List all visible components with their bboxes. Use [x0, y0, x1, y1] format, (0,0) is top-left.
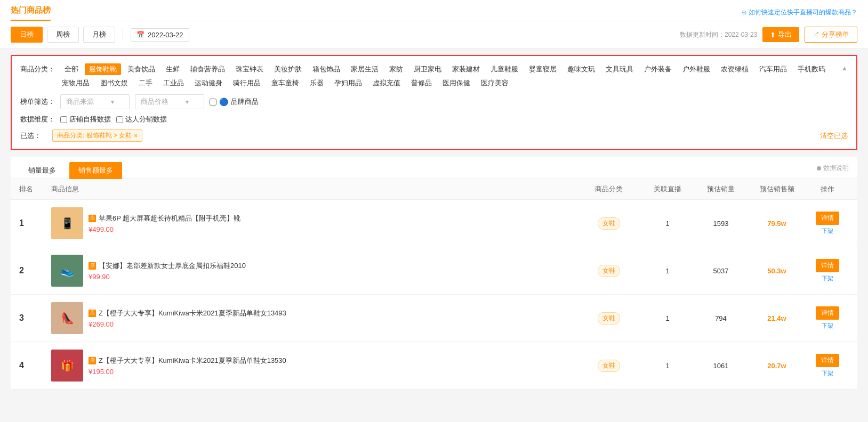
date-picker[interactable]: 📅 2022-03-22	[131, 28, 189, 42]
table-row: 1 📱 店 苹果6P 超大屏幕超长待机精品【附手机壳】靴 ¥499.00 女鞋 …	[11, 200, 857, 247]
share-button[interactable]: ↗ 分享榜单	[805, 27, 857, 43]
cat-tag-二手[interactable]: 二手	[134, 77, 157, 89]
cat-tag-运动健身[interactable]: 运动健身	[190, 77, 227, 89]
product-name: 苹果6P 超大屏幕超长待机精品【附手机壳】靴	[99, 214, 240, 223]
price-select[interactable]: 商品价格 ▼	[135, 94, 204, 109]
cat-tag-汽车用品[interactable]: 汽车用品	[755, 63, 791, 75]
product-detail: 店 Z【橙子大大专享】KumiKiwa卡米2021夏季新品单鞋女13493 ¥2…	[89, 309, 577, 328]
detail-button[interactable]: 详情	[816, 306, 839, 320]
help-link[interactable]: ⊙ 如何快速定位快手直播司的爆款商品？	[742, 8, 857, 17]
cat-tag-户外鞋服[interactable]: 户外鞋服	[678, 63, 714, 75]
cat-tag-美妆护肤[interactable]: 美妆护肤	[270, 63, 306, 75]
category-cell: 女鞋	[577, 217, 641, 230]
cat-tag-美食饮品[interactable]: 美食饮品	[123, 63, 159, 75]
source-select[interactable]: 商品来源 ▼	[60, 94, 130, 109]
cat-tag-童车童椅[interactable]: 童车童椅	[267, 77, 303, 89]
brand-icon: 🔵	[219, 98, 228, 106]
tab-most-sales[interactable]: 销量最多	[19, 162, 65, 179]
dimension-row: 数据维度： 店铺自播数据 达人分销数据	[20, 115, 848, 124]
tab-day[interactable]: 日榜	[11, 27, 43, 43]
cat-tag-宠物用品[interactable]: 宠物用品	[58, 77, 94, 89]
cat-tag-家纺[interactable]: 家纺	[385, 63, 407, 75]
product-price: ¥269.00	[89, 320, 577, 328]
table-body: 1 📱 店 苹果6P 超大屏幕超长待机精品【附手机壳】靴 ¥499.00 女鞋 …	[11, 200, 857, 389]
shop-data-checkbox[interactable]	[60, 116, 67, 123]
clear-all-button[interactable]: 清空已选	[820, 131, 848, 141]
est-revenue-cell: 50.3w	[748, 267, 806, 275]
cat-tag-工业品[interactable]: 工业品	[159, 77, 188, 89]
brand-label: 品牌商品	[231, 97, 259, 107]
collapse-button[interactable]: ▲	[841, 63, 848, 72]
product-name: Z【橙子大大专享】KumiKiwa卡米2021夏季新品单鞋女13530	[99, 356, 286, 366]
product-info: 📱 店 苹果6P 超大屏幕超长待机精品【附手机壳】靴 ¥499.00	[51, 207, 577, 239]
detail-button[interactable]: 详情	[816, 354, 839, 367]
remove-tag-button[interactable]: ×	[134, 132, 138, 140]
cat-tag-儿童鞋服[interactable]: 儿童鞋服	[486, 63, 523, 75]
detail-button[interactable]: 详情	[816, 259, 839, 272]
cat-tag-医疗美容[interactable]: 医疗美容	[477, 77, 513, 89]
cat-tag-图书文娱[interactable]: 图书文娱	[96, 77, 132, 89]
cat-tag-珠宝钟表[interactable]: 珠宝钟表	[231, 63, 268, 75]
cat-tag-箱包饰品[interactable]: 箱包饰品	[308, 63, 344, 75]
cat-tag-生鲜[interactable]: 生鲜	[162, 63, 184, 75]
toolbar-right: 数据更新时间：2022-03-23 ⬆ 导出 ↗ 分享榜单	[680, 27, 857, 43]
cat-tag-家居生活[interactable]: 家居生活	[347, 63, 383, 75]
downgrade-button[interactable]: 下架	[822, 227, 833, 235]
cat-tag-手机数码[interactable]: 手机数码	[793, 63, 830, 75]
desc-dot-icon	[817, 166, 821, 171]
rank-number: 4	[19, 361, 51, 370]
downgrade-button[interactable]: 下架	[822, 274, 833, 282]
cat-tag-农资绿植[interactable]: 农资绿植	[717, 63, 753, 75]
product-name-row: 店 Z【橙子大大专享】KumiKiwa卡米2021夏季新品单鞋女13493	[89, 309, 577, 318]
brand-checkbox[interactable]	[210, 99, 216, 106]
export-button[interactable]: ⬆ 导出	[762, 27, 799, 42]
cat-tag-孕妇用品[interactable]: 孕妇用品	[330, 77, 366, 89]
product-img-placeholder: 👟	[51, 255, 83, 287]
header-bar: 热门商品榜 ⊙ 如何快速定位快手直播司的爆款商品？	[0, 0, 868, 21]
est-revenue-cell: 20.7w	[748, 362, 806, 370]
downgrade-button[interactable]: 下架	[822, 322, 833, 330]
cat-tag-趣味文玩[interactable]: 趣味文玩	[563, 63, 599, 75]
tab-week[interactable]: 周榜	[47, 27, 79, 43]
category-row: 商品分类： 全部服饰鞋靴美食饮品生鲜辅食营养品珠宝钟表美妆护肤箱包饰品家居生活家…	[20, 63, 848, 75]
cat-tag-虚拟充值[interactable]: 虚拟充值	[368, 77, 405, 89]
tab-most-revenue[interactable]: 销售额最多	[69, 162, 122, 179]
talent-data-checkbox-group[interactable]: 达人分销数据	[116, 115, 167, 124]
cat-tag-婴童寝居[interactable]: 婴童寝居	[525, 63, 561, 75]
cat-tag-乐器[interactable]: 乐器	[306, 77, 328, 89]
est-sales-cell: 1593	[694, 220, 748, 228]
talent-data-label: 达人分销数据	[125, 115, 167, 124]
cat-tag-普修品[interactable]: 普修品	[407, 77, 436, 89]
chevron-down-icon-2: ▼	[184, 99, 190, 105]
shop-icon: 店	[89, 310, 96, 317]
shop-data-checkbox-group[interactable]: 店铺自播数据	[60, 115, 111, 124]
cat-tag-医用保健[interactable]: 医用保健	[438, 77, 475, 89]
cat-tag-辅食营养品[interactable]: 辅食营养品	[186, 63, 229, 75]
detail-button[interactable]: 详情	[816, 212, 839, 225]
cat-tag-文具玩具[interactable]: 文具玩具	[601, 63, 638, 75]
data-desc: 数据说明	[817, 164, 849, 177]
dimension-label: 数据维度：	[20, 115, 55, 124]
talent-data-checkbox[interactable]	[116, 116, 123, 123]
product-detail: 店 【安娜】老部差新款女士厚底金属扣乐福鞋2010 ¥99.90	[89, 261, 577, 281]
shop-icon: 店	[89, 215, 96, 222]
action-cell: 详情 下架	[806, 212, 849, 235]
cat-tag-全部[interactable]: 全部	[60, 63, 83, 75]
tab-month[interactable]: 月榜	[83, 27, 115, 43]
cat-tag-家装建材[interactable]: 家装建材	[448, 63, 484, 75]
col-product-info: 商品信息	[51, 184, 577, 194]
downgrade-button[interactable]: 下架	[822, 369, 833, 377]
rank-number: 1	[19, 218, 51, 228]
cat-tag-户外装备[interactable]: 户外装备	[640, 63, 676, 75]
product-price: ¥99.90	[89, 273, 577, 281]
upload-icon: ⬆	[770, 31, 776, 39]
shop-data-label: 店铺自播数据	[69, 115, 111, 124]
cat-tag-骑行用品[interactable]: 骑行用品	[229, 77, 265, 89]
cat-tag-厨卫家电[interactable]: 厨卫家电	[409, 63, 446, 75]
est-sales-cell: 5037	[694, 267, 748, 275]
rank-number: 3	[19, 313, 51, 323]
product-detail: 店 苹果6P 超大屏幕超长待机精品【附手机壳】靴 ¥499.00	[89, 214, 577, 233]
cat-tag-服饰鞋靴[interactable]: 服饰鞋靴	[85, 63, 121, 75]
chevron-down-icon: ▼	[110, 99, 115, 105]
action-cell: 详情 下架	[806, 259, 849, 282]
